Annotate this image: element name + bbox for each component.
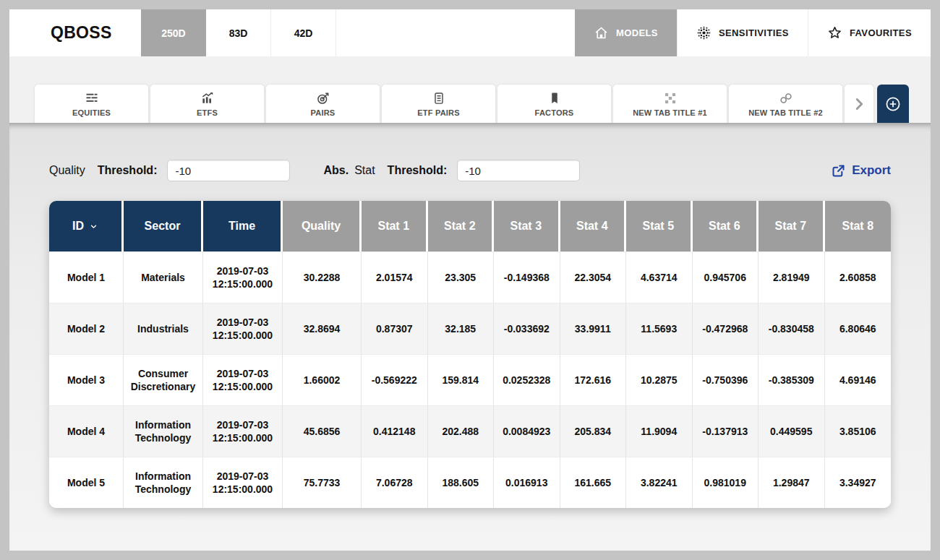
cell-time: 2019-07-03 12:15:00.000: [203, 355, 283, 405]
cell-stat-8: 4.69146: [825, 355, 892, 405]
filters-row: Quality Threshold: Abs. Stat Threshold: …: [49, 159, 891, 182]
cell-stat-1: -0.569222: [362, 355, 428, 405]
column-header-stat-7[interactable]: Stat 7: [759, 201, 825, 251]
period-tab-250d[interactable]: 250D: [141, 9, 206, 56]
cell-time: 2019-07-03 12:15:00.000: [203, 252, 283, 303]
column-header-label: Stat 4: [576, 220, 608, 233]
cell-stat-4: 205.834: [560, 406, 627, 457]
abs-stat-threshold-label: Threshold:: [388, 164, 448, 177]
export-button[interactable]: Export: [831, 163, 891, 178]
column-header-stat-2[interactable]: Stat 2: [428, 201, 495, 251]
cell-id: Model 3: [49, 355, 124, 405]
cell-stat-4: 22.3054: [560, 252, 627, 303]
cell-stat-2: 188.605: [428, 457, 495, 508]
top-bar: QBOSS 250D83D42D MODELSSENSITIVITIESFAVO…: [9, 9, 931, 56]
column-header-label: Stat 8: [842, 220, 873, 233]
tab-label: NEW TAB TITLE #2: [748, 108, 823, 117]
cell-stat-6: -0.137913: [693, 406, 759, 457]
cell-stat-6: -0.472968: [693, 303, 759, 354]
cell-stat-1: 7.06728: [362, 457, 428, 508]
home-icon: [594, 25, 609, 40]
cell-stat-8: 6.80646: [825, 303, 892, 354]
abs-label: Abs.: [323, 164, 349, 177]
export-icon: [831, 163, 846, 178]
nav-tab-label: SENSITIVITIES: [719, 27, 789, 38]
tab-label: PAIRS: [311, 108, 336, 117]
nav-tab-favourites[interactable]: FAVOURITES: [808, 9, 931, 56]
tab-label: ETF PAIRS: [417, 108, 459, 117]
cell-stat-3: -0.033692: [494, 303, 560, 354]
cell-sector: Industrials: [124, 303, 203, 354]
topbar-spacer: [336, 9, 575, 56]
cell-quality: 32.8694: [283, 303, 362, 354]
tab-label: FACTORS: [535, 108, 574, 117]
cell-stat-1: 0.87307: [362, 303, 428, 354]
scroll-tabs-button[interactable]: [845, 85, 873, 123]
add-tab-button[interactable]: [877, 85, 909, 123]
abs-stat-threshold-input[interactable]: [457, 160, 580, 181]
cell-stat-1: 2.01574: [362, 252, 428, 303]
column-header-label: Stat 5: [642, 220, 674, 233]
table-row[interactable]: Model 4Information Technology2019-07-03 …: [49, 405, 891, 457]
column-header-label: Stat 3: [510, 220, 542, 233]
column-header-stat-1[interactable]: Stat 1: [362, 201, 428, 251]
document-icon: [432, 91, 446, 105]
bookmark-icon: [547, 91, 562, 105]
nav-tab-group: MODELSSENSITIVITIESFAVOURITES: [575, 9, 931, 56]
cell-stat-5: 10.2875: [626, 355, 693, 405]
column-header-stat-5[interactable]: Stat 5: [626, 201, 693, 251]
strip-tab-group: EQUITIESETFSPAIRSETF PAIRSFACTORSNEW TAB…: [35, 85, 842, 123]
cell-stat-6: -0.750396: [693, 355, 759, 405]
column-header-stat-8[interactable]: Stat 8: [825, 201, 892, 251]
cell-stat-7: -0.385309: [759, 355, 825, 405]
table-row[interactable]: Model 1Materials2019-07-03 12:15:00.0003…: [49, 251, 891, 303]
tab-etf-pairs[interactable]: ETF PAIRS: [382, 85, 495, 123]
app-logo[interactable]: QBOSS: [9, 9, 141, 56]
cell-stat-7: 1.29847: [759, 457, 825, 508]
nav-tab-models[interactable]: MODELS: [575, 9, 677, 56]
cell-stat-8: 2.60858: [825, 252, 892, 303]
cell-stat-4: 172.616: [560, 355, 627, 405]
equities-list-icon: [85, 91, 99, 105]
table-row[interactable]: Model 2Industrials2019-07-03 12:15:00.00…: [49, 303, 891, 354]
quality-threshold-input[interactable]: [167, 160, 290, 181]
column-header-time[interactable]: Time: [203, 201, 283, 251]
tab-label: NEW TAB TITLE #1: [633, 108, 707, 117]
tab-pairs[interactable]: PAIRS: [266, 85, 380, 123]
sensitivities-icon: [696, 25, 712, 40]
cell-stat-3: -0.149368: [494, 252, 560, 303]
tab-strip: EQUITIESETFSPAIRSETF PAIRSFACTORSNEW TAB…: [9, 56, 931, 123]
tab-etfs[interactable]: ETFS: [150, 85, 264, 123]
nav-tab-sensitivities[interactable]: SENSITIVITIES: [677, 9, 808, 56]
cell-stat-4: 161.665: [560, 457, 627, 508]
cell-id: Model 2: [49, 303, 124, 354]
star-icon: [827, 25, 842, 40]
cell-stat-1: 0.412148: [362, 406, 428, 457]
cell-sector: Information Technology: [124, 457, 203, 508]
column-header-label: Stat 6: [709, 220, 740, 233]
column-header-id[interactable]: ID: [49, 201, 124, 251]
table-row[interactable]: Model 3Consumer Discretionary2019-07-03 …: [49, 354, 891, 405]
cell-sector: Information Technology: [124, 406, 203, 457]
column-header-stat-4[interactable]: Stat 4: [560, 201, 627, 251]
period-tab-83d[interactable]: 83D: [206, 9, 271, 56]
column-header-stat-6[interactable]: Stat 6: [693, 201, 759, 251]
column-header-sector[interactable]: Sector: [124, 201, 203, 251]
tab-new-tab-title-2[interactable]: NEW TAB TITLE #2: [729, 85, 842, 123]
column-header-stat-3[interactable]: Stat 3: [494, 201, 560, 251]
tab-equities[interactable]: EQUITIES: [35, 85, 148, 123]
column-header-label: Stat 2: [444, 220, 476, 233]
tab-factors[interactable]: FACTORS: [497, 85, 611, 123]
plus-circle-icon: [884, 95, 902, 113]
cell-quality: 30.2288: [283, 252, 362, 303]
cell-stat-2: 202.488: [428, 406, 495, 457]
column-header-label: Sector: [145, 220, 181, 233]
tab-label: ETFS: [197, 108, 218, 117]
period-tab-42d[interactable]: 42D: [271, 9, 336, 56]
cell-stat-7: 2.81949: [759, 252, 825, 303]
cell-sector: Materials: [124, 252, 203, 303]
cell-quality: 1.66002: [283, 355, 362, 405]
table-row[interactable]: Model 5Information Technology2019-07-03 …: [49, 457, 891, 508]
tab-new-tab-title-1[interactable]: NEW TAB TITLE #1: [613, 85, 727, 123]
column-header-quality[interactable]: Quality: [283, 201, 362, 251]
